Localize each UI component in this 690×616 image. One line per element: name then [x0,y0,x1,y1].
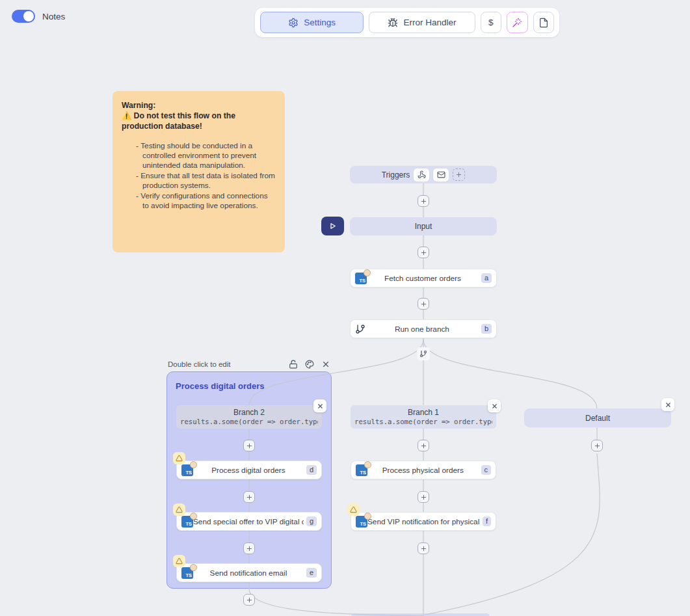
branch-condition-code: results.a.some(order => order.type [180,418,318,426]
plus-icon [455,171,462,178]
typescript-icon: TS [355,273,367,284]
bun-runtime-icon [364,269,371,276]
settings-button[interactable]: Settings [260,12,364,33]
group-hint-row: Double click to edit [168,360,330,369]
add-trigger-button[interactable] [453,168,465,181]
branch-group-process-digital-orders[interactable] [166,371,332,589]
x-icon [317,403,324,410]
plus-icon [246,545,253,552]
plus-icon [420,442,427,449]
step-id-badge: g [306,516,317,526]
webhook-icon [418,170,426,179]
input-node[interactable]: Input [350,217,497,235]
error-handler-label: Error Handler [403,18,456,27]
export-json-button[interactable] [533,12,554,33]
branch-name: Branch 1 [408,408,439,418]
error-handler-button[interactable]: Error Handler [369,12,475,33]
plus-icon [420,494,427,501]
step-id-badge: f [483,516,491,526]
remove-default-branch-button[interactable] [661,398,674,411]
step-id-badge: d [306,465,317,475]
email-trigger-button[interactable] [433,168,449,181]
typescript-icon: TS [181,516,193,528]
triggers-label: Triggers [382,170,410,180]
bun-runtime-icon [190,461,197,468]
toggle-knob [23,11,34,21]
warning-note-list: Testing should be conducted in a control… [136,141,276,211]
x-icon [491,403,498,410]
warning-note[interactable]: Warning: ⚠️ Do not test this flow on the… [113,91,285,252]
flow-editor-canvas[interactable]: Notes Settings Error Handler $ Warning: … [0,0,690,616]
palette-icon[interactable] [305,360,314,369]
input-label: Input [415,222,432,231]
dollar-button[interactable]: $ [481,12,501,33]
flow-toolbar: Settings Error Handler $ [255,8,559,37]
step-label: Send VIP notification for physical... [367,517,480,526]
play-icon [328,221,338,231]
step-node-process-physical-orders[interactable]: TS Process physical orders c [351,461,496,479]
warning-triangle-icon [173,555,185,567]
add-step-button[interactable] [591,440,603,451]
add-step-button[interactable] [418,542,429,554]
settings-label: Settings [304,18,336,27]
add-step-button[interactable] [418,491,429,503]
add-step-button[interactable] [418,440,429,451]
group-hint-label: Double click to edit [168,360,231,368]
add-step-button[interactable] [243,594,255,606]
step-id-badge: a [481,273,492,283]
add-step-button[interactable] [418,195,429,207]
step-node-send-vip-notification[interactable]: TS Send VIP notification for physical...… [351,512,496,531]
warning-note-item: Testing should be conducted in a control… [136,141,276,170]
add-step-button[interactable] [243,440,255,451]
bun-runtime-icon [190,513,197,520]
step-node-send-notification-email[interactable]: TS Send notification email e [176,563,322,582]
typescript-icon: TS [356,516,367,528]
notes-label: Notes [42,12,65,21]
step-label: Process physical orders [367,466,479,475]
typescript-icon: TS [356,464,367,476]
branch-condition-code: results.a.some(order => order.type [354,418,492,426]
step-label: Send notification email [193,569,304,578]
step-node-fetch-customer-orders[interactable]: TS Fetch customer orders a [350,269,497,288]
step-id-badge: b [481,324,492,334]
remove-branch1-button[interactable] [488,399,501,412]
add-step-button[interactable] [243,491,255,503]
default-branch-header[interactable]: Default [524,408,671,427]
merge-node-partial[interactable] [351,613,490,616]
plus-icon [420,301,427,308]
step-node-run-one-branch[interactable]: Run one branch b [350,319,497,338]
branch1-header[interactable]: Branch 1 results.a.some(order => order.t… [351,405,496,429]
plus-icon [594,442,601,449]
bun-runtime-icon [364,513,371,520]
close-icon[interactable] [321,360,330,369]
typescript-icon: TS [181,464,193,476]
add-step-button[interactable] [243,542,255,554]
run-flow-button[interactable] [321,217,344,235]
webhook-trigger-button[interactable] [414,168,429,181]
x-icon [665,401,672,408]
add-step-button[interactable] [418,298,429,310]
step-node-process-digital-orders[interactable]: TS Process digital orders d [176,461,322,479]
warning-note-title: Warning: [122,101,276,111]
mail-icon [437,170,445,179]
bun-runtime-icon [364,461,371,468]
warning-note-item: Verify configurations and connections to… [136,191,276,211]
step-node-send-special-offer[interactable]: TS Send special offer to VIP digital c..… [176,512,322,531]
plus-icon [246,442,253,449]
lock-open-icon[interactable] [289,360,298,369]
branch2-header[interactable]: Branch 2 results.a.some(order => order.t… [176,405,322,429]
add-step-button[interactable] [418,247,429,258]
step-label: Fetch customer orders [367,274,479,283]
branch-name: Branch 2 [233,408,265,418]
plus-icon [420,545,427,552]
warning-note-alert: ⚠️ Do not test this flow on the producti… [122,111,276,132]
triggers-node[interactable]: Triggers [350,166,497,183]
ai-wand-button[interactable] [507,12,527,33]
typescript-icon: TS [181,567,193,579]
plus-icon [246,596,253,604]
gear-icon [288,18,299,28]
warning-note-item: Ensure that all test data is isolated fr… [136,171,276,191]
notes-toggle[interactable] [12,10,35,23]
remove-branch2-button[interactable] [313,399,326,412]
notes-control: Notes [12,10,65,23]
